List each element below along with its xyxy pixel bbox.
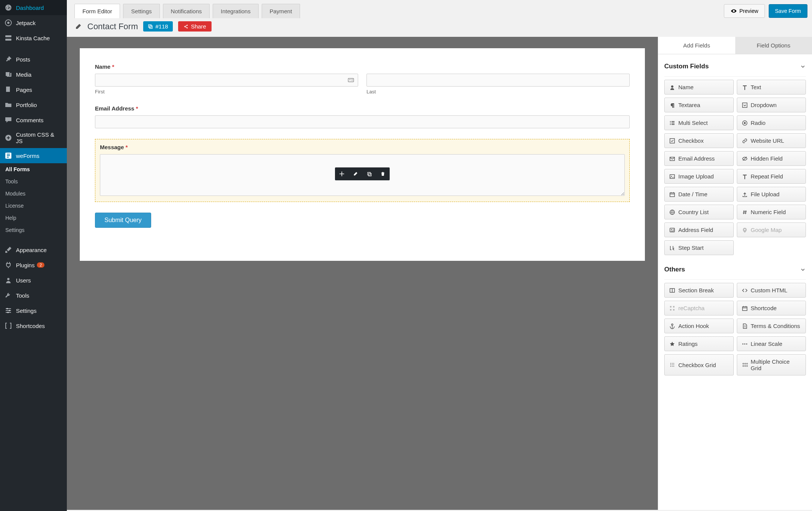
sidebar-sub-all-forms[interactable]: All Forms <box>0 163 67 175</box>
sidebar-item-shortcodes[interactable]: Shortcodes <box>0 318 67 333</box>
pencil-icon <box>353 171 358 177</box>
sidebar-sub-settings[interactable]: Settings <box>0 224 67 236</box>
field-linear-scale[interactable]: Linear Scale <box>737 336 806 351</box>
field-name[interactable]: Name <box>664 80 734 95</box>
grid4-icon <box>669 362 675 368</box>
field-email[interactable]: Email Address * <box>95 105 630 128</box>
field-google-map: Google Map <box>737 222 806 237</box>
sidebar-label: Appearance <box>16 247 47 253</box>
field-section-break[interactable]: Section Break <box>664 283 734 298</box>
field-name[interactable]: Name * First Last <box>95 63 630 95</box>
share-button[interactable]: Share <box>178 21 212 32</box>
link-icon <box>742 138 748 144</box>
right-panel: Add Fields Field Options Custom Fields N… <box>658 37 812 510</box>
field-textarea[interactable]: Textarea <box>664 98 734 112</box>
field-email-address[interactable]: Email Address <box>664 151 734 166</box>
field-multi-select[interactable]: Multi Select <box>664 115 734 130</box>
field-custom-html[interactable]: Custom HTML <box>737 283 806 298</box>
tab-add-fields[interactable]: Add Fields <box>658 37 735 54</box>
sidebar-item-jetpack[interactable]: Jetpack <box>0 15 67 30</box>
submit-button[interactable]: Submit Query <box>95 213 151 228</box>
field-numeric-field[interactable]: Numeric Field <box>737 205 806 219</box>
sidebar-item-users[interactable]: Users <box>0 273 67 288</box>
editor-topbar: Form EditorSettingsNotificationsIntegrat… <box>67 0 812 18</box>
sidebar-item-kinsta-cache[interactable]: Kinsta Cache <box>0 30 67 46</box>
field-checkbox[interactable]: Checkbox <box>664 133 734 148</box>
sidebar-item-custom-css-js[interactable]: Custom CSS & JS <box>0 128 67 148</box>
save-form-button[interactable]: Save Form <box>769 4 807 18</box>
card-icon <box>348 77 354 84</box>
sidebar-sub-tools[interactable]: Tools <box>0 175 67 188</box>
comment-icon <box>5 116 12 124</box>
delete-field-button[interactable] <box>376 167 390 180</box>
sidebar-item-media[interactable]: Media <box>0 67 67 82</box>
sidebar-item-pages[interactable]: Pages <box>0 82 67 97</box>
first-name-input[interactable] <box>95 74 358 87</box>
form-id-badge[interactable]: #118 <box>143 21 172 32</box>
email-input[interactable] <box>95 115 630 128</box>
section-others-header[interactable]: Others <box>664 262 806 277</box>
field-shortcode[interactable]: Shortcode <box>737 301 806 315</box>
field-checkbox-grid[interactable]: Checkbox Grid <box>664 354 734 375</box>
field-label: Dropdown <box>751 102 777 108</box>
tab-integrations[interactable]: Integrations <box>213 4 258 18</box>
field-file-upload[interactable]: File Upload <box>737 187 806 202</box>
custom-fields-title: Custom Fields <box>664 63 709 70</box>
field-country-list[interactable]: Country List <box>664 205 734 219</box>
sidebar-item-plugins[interactable]: Plugins2 <box>0 257 67 273</box>
sidebar-item-comments[interactable]: Comments <box>0 112 67 128</box>
field-image-upload[interactable]: Image Upload <box>664 169 734 184</box>
tab-payment[interactable]: Payment <box>262 4 300 18</box>
clone-field-button[interactable] <box>362 167 376 180</box>
tab-field-options[interactable]: Field Options <box>735 37 812 54</box>
sidebar-sub-license[interactable]: License <box>0 200 67 212</box>
field-multiple-choice-grid[interactable]: Multiple Choice Grid <box>737 354 806 375</box>
upload-icon <box>742 191 748 197</box>
tab-notifications[interactable]: Notifications <box>163 4 210 18</box>
sidebar-item-posts[interactable]: Posts <box>0 52 67 67</box>
field-recaptcha: reCaptcha <box>664 301 734 315</box>
field-ratings[interactable]: Ratings <box>664 336 734 351</box>
sidebar-item-dashboard[interactable]: Dashboard <box>0 0 67 15</box>
form-id-text: #118 <box>155 23 168 30</box>
field-repeat-field[interactable]: Repeat Field <box>737 169 806 184</box>
gauge-icon <box>5 4 12 11</box>
field-message-selected[interactable]: Message * <box>95 139 630 202</box>
field-action-hook[interactable]: Action Hook <box>664 319 734 333</box>
sidebar-label: Media <box>16 71 32 78</box>
sidebar-item-appearance[interactable]: Appearance <box>0 242 67 257</box>
eye-off-icon <box>742 156 748 162</box>
anchor-icon <box>669 323 675 329</box>
tab-settings[interactable]: Settings <box>123 4 160 18</box>
sidebar-sub-modules[interactable]: Modules <box>0 188 67 200</box>
text-icon <box>742 173 748 180</box>
edit-field-button[interactable] <box>349 167 362 180</box>
field-hidden-field[interactable]: Hidden Field <box>737 151 806 166</box>
preview-button[interactable]: Preview <box>724 4 765 18</box>
field-dropdown[interactable]: Dropdown <box>737 98 806 112</box>
circle-dot-icon <box>5 19 12 27</box>
others-title: Others <box>664 266 685 273</box>
brackets-icon <box>5 322 12 330</box>
tab-form-editor[interactable]: Form Editor <box>74 4 120 18</box>
sidebar-item-settings[interactable]: Settings <box>0 303 67 318</box>
field-label: Terms & Conditions <box>751 323 800 329</box>
field-address-field[interactable]: Address Field <box>664 222 734 237</box>
field-label: Multiple Choice Grid <box>751 358 801 371</box>
sidebar-sub-help[interactable]: Help <box>0 212 67 224</box>
field-radio[interactable]: Radio <box>737 115 806 130</box>
sidebar-item-tools[interactable]: Tools <box>0 288 67 303</box>
sidebar-label: Posts <box>16 56 30 63</box>
field-toolbar <box>335 167 390 180</box>
field-step-start[interactable]: Step Start <box>664 240 734 255</box>
field-terms-conditions[interactable]: Terms & Conditions <box>737 319 806 333</box>
section-custom-fields-header[interactable]: Custom Fields <box>664 59 806 74</box>
sidebar-item-portfolio[interactable]: Portfolio <box>0 97 67 112</box>
last-name-input[interactable] <box>367 74 630 87</box>
field-label: Ratings <box>678 341 698 347</box>
move-field-button[interactable] <box>335 167 349 180</box>
field-website-url[interactable]: Website URL <box>737 133 806 148</box>
field-text[interactable]: Text <box>737 80 806 95</box>
sidebar-item-weforms[interactable]: weForms <box>0 148 67 163</box>
field-date-time[interactable]: Date / Time <box>664 187 734 202</box>
